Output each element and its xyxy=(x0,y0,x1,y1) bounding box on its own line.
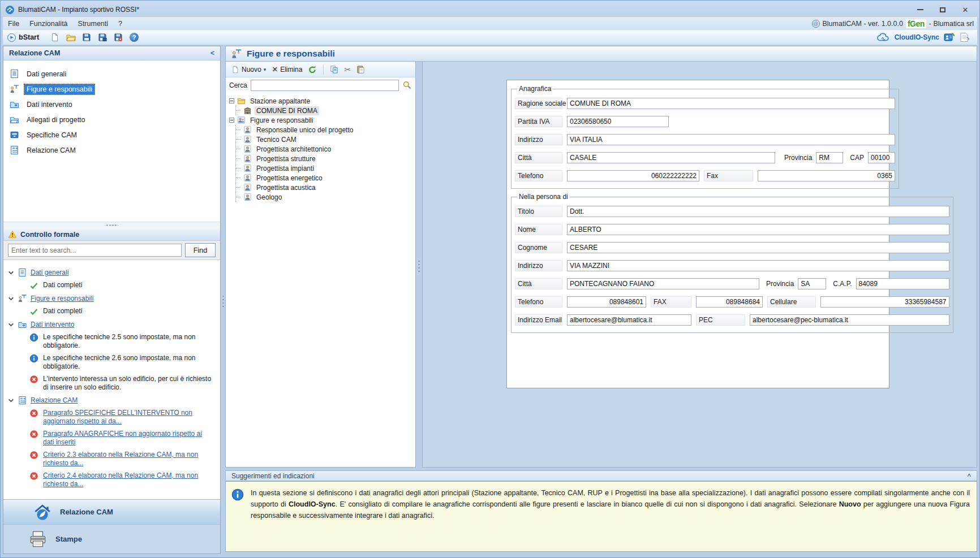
menu-strumenti[interactable]: Strumenti xyxy=(73,17,114,30)
menu-help[interactable]: ? xyxy=(113,17,127,30)
tree-item-prog-strutture[interactable]: Progettista strutture xyxy=(236,154,414,163)
tree-group-label[interactable]: Stazione appaltante xyxy=(248,97,312,106)
sidebar-item-allegati[interactable]: Allegati di progetto xyxy=(3,112,220,127)
cognome-input[interactable] xyxy=(567,242,949,253)
tree-item-prog-energetico[interactable]: Progettista energetico xyxy=(236,173,414,183)
search-icon[interactable] xyxy=(402,80,412,90)
bstart-button[interactable]: ▶ bStart xyxy=(7,33,39,42)
telefono-input[interactable] xyxy=(567,170,699,181)
tree-item-label[interactable]: COMUNE DI ROMA xyxy=(255,106,319,115)
tree-collapse-icon[interactable] xyxy=(229,98,234,103)
controllo-group-relazione-cam[interactable]: Relazione CAM xyxy=(8,396,218,405)
tree-item-label[interactable]: Progettista impianti xyxy=(255,164,316,173)
controllo-group-link[interactable]: Dati generali xyxy=(31,269,68,276)
tree-item-label[interactable]: Progettista strutture xyxy=(255,154,317,163)
citta-input[interactable] xyxy=(567,152,775,163)
sidebar-item-specifiche[interactable]: Specifiche CAM xyxy=(3,127,220,142)
open-button[interactable] xyxy=(65,32,76,42)
ragione-sociale-input[interactable] xyxy=(567,98,895,109)
controllo-item-link[interactable]: Paragrafo SPECIFICHE DELL'INTERVENTO non… xyxy=(43,409,213,426)
menu-funzionalita[interactable]: Funzionalità xyxy=(24,17,72,30)
minimize-button[interactable] xyxy=(913,5,927,15)
email-input[interactable] xyxy=(567,314,691,326)
elimina-button[interactable]: ✕ Elimina xyxy=(270,64,304,75)
partita-iva-input[interactable] xyxy=(567,116,669,127)
controllo-group-link[interactable]: Figure e responsabili xyxy=(31,295,93,302)
controllo-group-dati-intervento[interactable]: Dati intervento xyxy=(8,320,218,329)
copy-button[interactable] xyxy=(328,64,340,75)
tree-collapse-icon[interactable] xyxy=(229,118,234,123)
tree-item-comune-di-roma[interactable]: COMUNE DI ROMA xyxy=(236,106,414,115)
tree-form-splitter[interactable] xyxy=(416,62,422,468)
sidebar-collapse-icon[interactable]: < xyxy=(210,49,214,57)
telefono-persona-input[interactable] xyxy=(567,296,646,308)
controllo-item[interactable]: Criterio 2.3 elaborato nella Relazione C… xyxy=(29,451,218,468)
paste-button[interactable] xyxy=(355,64,367,75)
tree-item-geologo[interactable]: Geologo xyxy=(236,192,414,202)
bottom-button-stampe[interactable]: Stampe xyxy=(3,525,220,553)
save-button[interactable] xyxy=(81,32,92,42)
controllo-item-link[interactable]: Criterio 2.3 elaborato nella Relazione C… xyxy=(43,451,213,468)
tree-item-label[interactable]: Progettista energetico xyxy=(255,174,324,183)
pec-input[interactable] xyxy=(750,314,949,326)
bottom-button-relazione-cam[interactable]: Relazione CAM xyxy=(3,500,220,525)
tree-item-rup[interactable]: Responsabile unico del progetto xyxy=(236,125,414,135)
fax-input[interactable] xyxy=(758,170,895,181)
controllo-group-link[interactable]: Relazione CAM xyxy=(31,396,78,404)
controllo-group-link[interactable]: Dati intervento xyxy=(31,321,74,328)
indirizzo-persona-input[interactable] xyxy=(567,260,949,271)
save-special-button[interactable] xyxy=(113,32,124,42)
find-button[interactable]: Find xyxy=(185,243,216,257)
refresh-button[interactable] xyxy=(306,64,319,75)
tree-item-label[interactable]: Tecnico CAM xyxy=(255,135,298,144)
sidebar-splitter[interactable] xyxy=(3,222,220,228)
sidebar-item-relazione-cam[interactable]: Relazione CAM xyxy=(3,142,220,158)
tree-item-prog-architettonico[interactable]: Progettista architettonico xyxy=(236,144,414,154)
close-button[interactable]: ✕ xyxy=(958,5,973,15)
save-as-button[interactable] xyxy=(97,32,108,42)
fax-persona-input[interactable] xyxy=(696,296,763,308)
menu-file[interactable]: File xyxy=(3,17,24,30)
tree-item-label[interactable]: Progettista acustica xyxy=(255,183,317,192)
cloud-sync-icon[interactable] xyxy=(876,33,890,42)
tree-item-label[interactable]: Responsabile unico del progetto xyxy=(255,126,355,135)
new-file-button[interactable] xyxy=(49,32,61,42)
controllo-group-figure[interactable]: Figure e responsabili xyxy=(8,294,218,303)
tree-group-figure[interactable]: Figure e responsabili xyxy=(229,115,414,125)
search-input[interactable] xyxy=(8,244,182,257)
help-button[interactable]: ? xyxy=(128,32,140,42)
provincia-persona-input[interactable] xyxy=(798,278,826,289)
controllo-item[interactable]: Paragrafo ANAGRAFICHE non aggiornato ris… xyxy=(29,430,218,447)
cut-button[interactable]: ✂ xyxy=(342,64,353,75)
controllo-item[interactable]: Paragrafo SPECIFICHE DELL'INTERVENTO non… xyxy=(29,409,218,426)
cerca-input[interactable] xyxy=(251,80,399,91)
titolo-input[interactable] xyxy=(567,206,949,217)
provincia-input[interactable] xyxy=(816,152,843,163)
chevron-down-icon[interactable] xyxy=(8,322,14,328)
sidebar-item-dati-generali[interactable]: Dati generali xyxy=(3,66,220,81)
chevron-down-icon[interactable] xyxy=(8,397,14,404)
controllo-item-link[interactable]: Criterio 2.4 elaborato nella Relazione C… xyxy=(43,472,213,488)
chevron-down-icon[interactable] xyxy=(8,270,14,276)
controllo-item[interactable]: Criterio 2.4 elaborato nella Relazione C… xyxy=(29,472,218,488)
tree-item-tecnico-cam[interactable]: Tecnico CAM xyxy=(236,135,414,144)
citta-persona-input[interactable] xyxy=(567,278,759,289)
tree-item-label[interactable]: Progettista architettonico xyxy=(255,145,333,154)
indirizzo-input[interactable] xyxy=(567,134,895,145)
controllo-item-link[interactable]: Paragrafo ANAGRAFICHE non aggiornato ris… xyxy=(43,430,213,447)
cap-input[interactable] xyxy=(868,152,895,163)
tree-item-prog-acustica[interactable]: Progettista acustica xyxy=(236,183,414,192)
main-splitter[interactable] xyxy=(221,46,225,554)
tree-item-label[interactable]: Geologo xyxy=(255,193,283,202)
controllo-group-dati-generali[interactable]: Dati generali xyxy=(8,268,218,277)
nome-input[interactable] xyxy=(567,224,949,235)
maximize-button[interactable] xyxy=(935,5,950,15)
sidebar-item-figure-responsabili[interactable]: Figure e responsabili xyxy=(3,81,220,97)
contact-sync-icon[interactable] xyxy=(944,32,955,42)
tree-group-label[interactable]: Figure e responsabili xyxy=(248,116,315,125)
chevron-down-icon[interactable] xyxy=(8,296,14,302)
report-sync-icon[interactable] xyxy=(960,32,970,42)
cellulare-input[interactable] xyxy=(820,296,949,308)
tree-group-stazione[interactable]: Stazione appaltante xyxy=(229,96,414,106)
tree-item-prog-impianti[interactable]: Progettista impianti xyxy=(236,163,414,173)
